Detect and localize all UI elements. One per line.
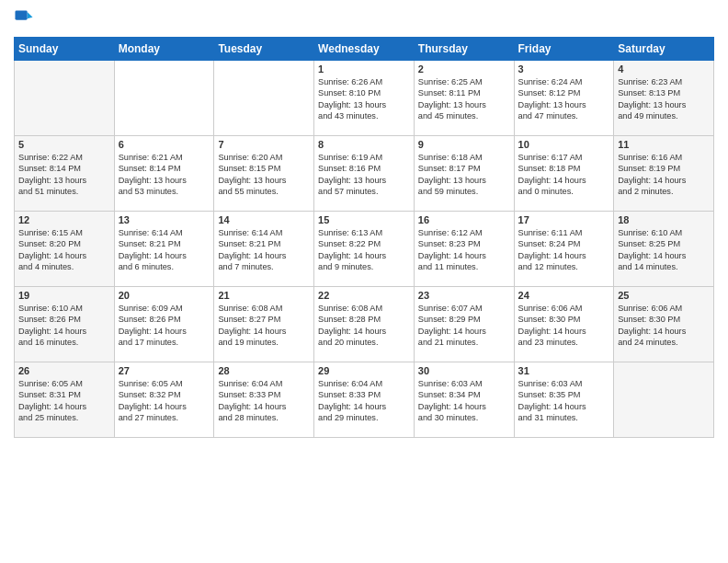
day-cell: 26Sunrise: 6:05 AM Sunset: 8:31 PM Dayli…: [15, 362, 115, 438]
day-cell: 27Sunrise: 6:05 AM Sunset: 8:32 PM Dayli…: [114, 362, 214, 438]
day-info: Sunrise: 6:07 AM Sunset: 8:29 PM Dayligh…: [418, 303, 510, 349]
col-header-thursday: Thursday: [414, 38, 514, 61]
day-number: 31: [518, 365, 610, 376]
day-info: Sunrise: 6:08 AM Sunset: 8:27 PM Dayligh…: [218, 303, 310, 349]
day-info: Sunrise: 6:18 AM Sunset: 8:17 PM Dayligh…: [418, 152, 510, 198]
day-info: Sunrise: 6:10 AM Sunset: 8:25 PM Dayligh…: [618, 227, 710, 273]
day-cell: 9Sunrise: 6:18 AM Sunset: 8:17 PM Daylig…: [414, 136, 514, 212]
day-info: Sunrise: 6:04 AM Sunset: 8:33 PM Dayligh…: [218, 378, 310, 424]
week-row-1: 1Sunrise: 6:26 AM Sunset: 8:10 PM Daylig…: [15, 61, 714, 136]
day-cell: 13Sunrise: 6:14 AM Sunset: 8:21 PM Dayli…: [114, 212, 214, 287]
day-info: Sunrise: 6:24 AM Sunset: 8:12 PM Dayligh…: [518, 76, 610, 122]
week-row-2: 5Sunrise: 6:22 AM Sunset: 8:14 PM Daylig…: [15, 136, 714, 212]
day-number: 16: [418, 214, 510, 225]
day-info: Sunrise: 6:13 AM Sunset: 8:22 PM Dayligh…: [318, 227, 410, 273]
day-info: Sunrise: 6:09 AM Sunset: 8:26 PM Dayligh…: [119, 303, 210, 349]
day-cell: 3Sunrise: 6:24 AM Sunset: 8:12 PM Daylig…: [514, 61, 614, 136]
day-info: Sunrise: 6:22 AM Sunset: 8:14 PM Dayligh…: [18, 152, 110, 198]
day-number: 3: [518, 63, 610, 75]
day-cell: 4Sunrise: 6:23 AM Sunset: 8:13 PM Daylig…: [614, 61, 714, 136]
week-row-4: 19Sunrise: 6:10 AM Sunset: 8:26 PM Dayli…: [15, 287, 714, 362]
day-info: Sunrise: 6:19 AM Sunset: 8:16 PM Dayligh…: [318, 152, 410, 198]
day-cell: 2Sunrise: 6:25 AM Sunset: 8:11 PM Daylig…: [414, 61, 514, 136]
day-cell: [15, 61, 115, 136]
day-info: Sunrise: 6:05 AM Sunset: 8:31 PM Dayligh…: [18, 378, 110, 424]
day-number: 26: [18, 365, 110, 376]
day-cell: 22Sunrise: 6:08 AM Sunset: 8:28 PM Dayli…: [314, 287, 415, 362]
logo-icon: [14, 9, 34, 29]
day-cell: 16Sunrise: 6:12 AM Sunset: 8:23 PM Dayli…: [414, 212, 514, 287]
day-number: 17: [518, 214, 610, 225]
day-cell: [114, 61, 214, 136]
day-number: 23: [418, 290, 510, 301]
day-info: Sunrise: 6:14 AM Sunset: 8:21 PM Dayligh…: [119, 227, 210, 273]
week-row-3: 12Sunrise: 6:15 AM Sunset: 8:20 PM Dayli…: [15, 212, 714, 287]
day-cell: 20Sunrise: 6:09 AM Sunset: 8:26 PM Dayli…: [114, 287, 214, 362]
day-number: 5: [18, 139, 110, 150]
day-number: 11: [618, 139, 710, 150]
day-cell: 30Sunrise: 6:03 AM Sunset: 8:34 PM Dayli…: [414, 362, 514, 438]
day-number: 25: [618, 290, 710, 301]
day-number: 18: [618, 214, 710, 225]
svg-marker-1: [28, 12, 33, 18]
day-info: Sunrise: 6:21 AM Sunset: 8:14 PM Dayligh…: [119, 152, 210, 198]
day-number: 27: [119, 365, 210, 376]
day-number: 15: [318, 214, 410, 225]
day-info: Sunrise: 6:03 AM Sunset: 8:34 PM Dayligh…: [418, 378, 510, 424]
day-info: Sunrise: 6:10 AM Sunset: 8:26 PM Dayligh…: [18, 303, 110, 349]
logo: [14, 9, 36, 29]
day-number: 12: [18, 214, 110, 225]
day-info: Sunrise: 6:11 AM Sunset: 8:24 PM Dayligh…: [518, 227, 610, 273]
day-number: 8: [318, 139, 410, 150]
day-number: 10: [518, 139, 610, 150]
col-header-wednesday: Wednesday: [314, 38, 415, 61]
day-cell: 1Sunrise: 6:26 AM Sunset: 8:10 PM Daylig…: [314, 61, 415, 136]
day-cell: 8Sunrise: 6:19 AM Sunset: 8:16 PM Daylig…: [314, 136, 415, 212]
day-info: Sunrise: 6:20 AM Sunset: 8:15 PM Dayligh…: [218, 152, 310, 198]
col-header-saturday: Saturday: [614, 38, 714, 61]
day-number: 30: [418, 365, 510, 376]
day-cell: 6Sunrise: 6:21 AM Sunset: 8:14 PM Daylig…: [114, 136, 214, 212]
day-cell: [614, 362, 714, 438]
day-info: Sunrise: 6:14 AM Sunset: 8:21 PM Dayligh…: [218, 227, 310, 273]
column-headers: SundayMondayTuesdayWednesdayThursdayFrid…: [15, 38, 714, 61]
calendar-table: SundayMondayTuesdayWednesdayThursdayFrid…: [14, 37, 714, 438]
day-cell: 14Sunrise: 6:14 AM Sunset: 8:21 PM Dayli…: [214, 212, 314, 287]
day-number: 9: [418, 139, 510, 150]
week-row-5: 26Sunrise: 6:05 AM Sunset: 8:31 PM Dayli…: [15, 362, 714, 438]
header: [14, 9, 714, 29]
day-cell: [214, 61, 314, 136]
day-info: Sunrise: 6:05 AM Sunset: 8:32 PM Dayligh…: [119, 378, 210, 424]
day-cell: 10Sunrise: 6:17 AM Sunset: 8:18 PM Dayli…: [514, 136, 614, 212]
day-cell: 23Sunrise: 6:07 AM Sunset: 8:29 PM Dayli…: [414, 287, 514, 362]
day-cell: 18Sunrise: 6:10 AM Sunset: 8:25 PM Dayli…: [614, 212, 714, 287]
day-cell: 25Sunrise: 6:06 AM Sunset: 8:30 PM Dayli…: [614, 287, 714, 362]
col-header-tuesday: Tuesday: [214, 38, 314, 61]
day-info: Sunrise: 6:08 AM Sunset: 8:28 PM Dayligh…: [318, 303, 410, 349]
day-number: 24: [518, 290, 610, 301]
day-cell: 11Sunrise: 6:16 AM Sunset: 8:19 PM Dayli…: [614, 136, 714, 212]
day-number: 2: [418, 63, 510, 75]
day-info: Sunrise: 6:25 AM Sunset: 8:11 PM Dayligh…: [418, 76, 510, 122]
day-number: 14: [218, 214, 310, 225]
day-info: Sunrise: 6:16 AM Sunset: 8:19 PM Dayligh…: [618, 152, 710, 198]
day-info: Sunrise: 6:12 AM Sunset: 8:23 PM Dayligh…: [418, 227, 510, 273]
svg-rect-0: [15, 10, 27, 19]
day-number: 1: [318, 63, 410, 75]
day-number: 19: [18, 290, 110, 301]
day-cell: 31Sunrise: 6:03 AM Sunset: 8:35 PM Dayli…: [514, 362, 614, 438]
day-number: 6: [119, 139, 210, 150]
col-header-friday: Friday: [514, 38, 614, 61]
day-cell: 7Sunrise: 6:20 AM Sunset: 8:15 PM Daylig…: [214, 136, 314, 212]
day-number: 4: [618, 63, 710, 75]
day-info: Sunrise: 6:04 AM Sunset: 8:33 PM Dayligh…: [318, 378, 410, 424]
day-info: Sunrise: 6:23 AM Sunset: 8:13 PM Dayligh…: [618, 76, 710, 122]
day-number: 22: [318, 290, 410, 301]
day-number: 28: [218, 365, 310, 376]
day-number: 21: [218, 290, 310, 301]
col-header-sunday: Sunday: [15, 38, 115, 61]
day-number: 20: [119, 290, 210, 301]
day-number: 13: [119, 214, 210, 225]
day-info: Sunrise: 6:03 AM Sunset: 8:35 PM Dayligh…: [518, 378, 610, 424]
calendar-page: SundayMondayTuesdayWednesdayThursdayFrid…: [0, 0, 728, 563]
